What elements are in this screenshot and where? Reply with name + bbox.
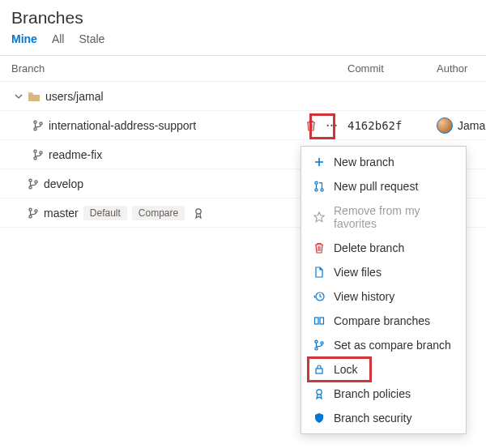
svg-point-14 [315, 189, 318, 191]
svg-point-10 [29, 215, 32, 217]
folder-icon [28, 91, 40, 102]
svg-point-1 [34, 127, 36, 130]
branch-name: master [44, 207, 79, 220]
branch-row[interactable]: international-address-support ··· 4162b6… [0, 111, 486, 140]
shield-icon [313, 412, 326, 425]
svg-point-7 [29, 186, 32, 188]
tab-stale[interactable]: Stale [79, 32, 104, 49]
avatar[interactable] [437, 117, 453, 134]
svg-point-19 [315, 340, 318, 343]
tab-all[interactable]: All [52, 32, 65, 49]
menu-lock[interactable]: Lock [301, 357, 466, 382]
menu-label: View history [334, 290, 394, 303]
plus-icon [313, 156, 326, 169]
menu-set-compare[interactable]: Set as compare branch [301, 333, 466, 357]
menu-label: New branch [334, 156, 394, 169]
menu-view-history[interactable]: View history [301, 284, 466, 309]
rosette-icon [313, 387, 326, 400]
tabs: Mine All Stale [0, 32, 486, 56]
menu-new-branch[interactable]: New branch [301, 150, 466, 174]
menu-label: Delete branch [334, 241, 404, 254]
menu-branch-policies[interactable]: Branch policies [301, 382, 466, 406]
svg-point-8 [35, 180, 37, 182]
menu-label: View files [334, 266, 382, 279]
rosette-icon [193, 207, 204, 219]
svg-point-0 [34, 121, 36, 123]
history-icon [313, 290, 326, 303]
author-name: Jamal [458, 119, 486, 132]
svg-point-20 [315, 348, 318, 350]
col-header-author: Author [437, 62, 475, 75]
menu-branch-security[interactable]: Branch security [301, 406, 466, 430]
col-header-commit: Commit [347, 62, 437, 75]
column-headers: Branch Commit Author [0, 56, 486, 82]
menu-label: Set as compare branch [334, 339, 451, 352]
svg-point-5 [40, 151, 42, 153]
pull-request-icon [313, 180, 326, 193]
menu-compare-branches[interactable]: Compare branches [301, 309, 466, 333]
delete-icon[interactable] [305, 120, 317, 131]
star-outline-icon [313, 211, 326, 224]
svg-point-3 [34, 150, 36, 152]
svg-point-6 [29, 179, 32, 181]
branch-name: international-address-support [49, 119, 196, 132]
folder-row[interactable]: users/jamal [0, 82, 486, 111]
branch-icon [28, 207, 39, 219]
menu-label: Lock [334, 363, 358, 376]
svg-point-4 [34, 156, 36, 159]
svg-point-9 [29, 208, 32, 211]
menu-label: Branch policies [334, 387, 411, 400]
commit-hash[interactable]: 4162b62f [347, 119, 402, 132]
menu-label: Branch security [334, 412, 411, 425]
context-menu: New branch New pull request Remove from … [301, 146, 467, 434]
svg-rect-17 [315, 318, 319, 324]
svg-point-12 [196, 208, 201, 213]
col-header-branch: Branch [11, 62, 287, 75]
menu-label: Remove from my favorites [334, 204, 454, 230]
branch-icon [28, 178, 39, 190]
file-icon [313, 266, 326, 279]
menu-remove-favorite: Remove from my favorites [301, 198, 466, 236]
branch-icon [32, 120, 44, 131]
more-options-button[interactable]: ··· [322, 116, 343, 135]
svg-rect-18 [320, 318, 324, 324]
svg-point-21 [321, 342, 323, 344]
svg-point-13 [315, 181, 318, 184]
page-title: Branches [0, 0, 486, 32]
tab-mine[interactable]: Mine [11, 32, 37, 49]
menu-view-files[interactable]: View files [301, 260, 466, 284]
compare-icon [313, 314, 326, 327]
branch-name: readme-fix [49, 148, 102, 161]
menu-delete-branch[interactable]: Delete branch [301, 236, 466, 260]
svg-point-23 [317, 390, 322, 395]
svg-point-11 [35, 209, 37, 211]
menu-label: Compare branches [334, 314, 430, 327]
svg-rect-22 [316, 369, 322, 373]
menu-label: New pull request [334, 180, 418, 193]
folder-name: users/jamal [45, 90, 104, 103]
chevron-down-icon[interactable] [15, 92, 23, 100]
lock-icon [313, 363, 326, 376]
branch-name: develop [44, 177, 83, 190]
menu-new-pr[interactable]: New pull request [301, 174, 466, 198]
branch-icon [313, 339, 326, 352]
svg-point-2 [40, 122, 42, 124]
trash-icon [313, 241, 326, 254]
default-badge: Default [83, 206, 127, 220]
branch-icon [32, 149, 44, 160]
svg-point-15 [321, 189, 323, 191]
compare-badge: Compare [132, 206, 185, 220]
